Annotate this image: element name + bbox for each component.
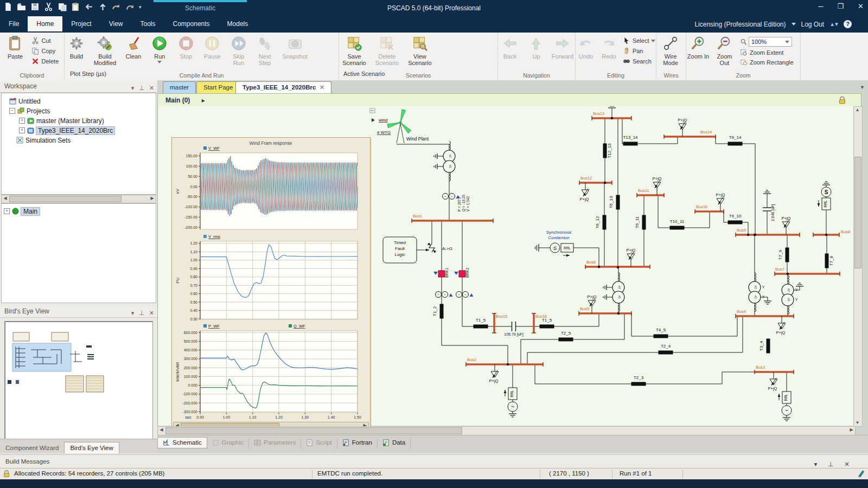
birdseye-minimap[interactable] <box>4 321 153 453</box>
minimize-button[interactable]: ─ <box>818 2 823 10</box>
copy-icon[interactable] <box>58 2 67 11</box>
two-winding-transformer[interactable]: #2#1 <box>603 273 624 312</box>
transformer-t13_14[interactable]: T13_14 <box>623 135 638 146</box>
plot-frame[interactable]: Wind Fram response150.00100.0050.000.00-… <box>171 137 371 431</box>
run-button[interactable]: Run <box>148 35 171 63</box>
select-button[interactable]: Select <box>623 37 656 44</box>
workspace-close-icon[interactable]: ✕ <box>149 82 154 94</box>
licensing-caret-icon[interactable] <box>792 23 796 25</box>
bus-bus14[interactable]: Bus14 <box>664 130 716 139</box>
fixed-load[interactable]: P+jQ <box>768 372 777 391</box>
ribbon-collapse-icon[interactable]: ▲▼ <box>829 21 838 27</box>
measurement-meters[interactable]: ~~ <box>436 292 453 298</box>
menu-models[interactable]: Models <box>219 16 257 31</box>
close-button[interactable]: ✕ <box>858 2 864 10</box>
birdseye-pin-icon[interactable]: ⊥ <box>139 307 144 319</box>
transformer-t4_5[interactable]: T4_5 <box>654 328 668 338</box>
zoom-extent-button[interactable]: Zoom Extent <box>740 49 794 56</box>
fixed-load[interactable]: P+jQ <box>653 176 662 195</box>
two-winding-transformer[interactable]: #2#1 <box>434 142 455 181</box>
workspace-menu-icon[interactable]: ▾ <box>131 82 135 94</box>
transformer-t10_11[interactable]: T10_11 <box>670 219 685 230</box>
save-scenario-button[interactable]: Save Scenario <box>339 35 369 66</box>
wire[interactable] <box>535 364 755 384</box>
zoom-level-select[interactable]: 100% <box>749 37 792 47</box>
transformer-t6_11[interactable]: T6_11 <box>635 215 646 230</box>
tab-start-page[interactable]: Start Page <box>196 81 240 93</box>
breadcrumb[interactable]: Main (0) <box>165 97 190 104</box>
bus-bus7[interactable]: Bus7 <box>775 267 840 276</box>
tab-component-wizard[interactable]: Component Wizard <box>0 442 64 453</box>
delete-button[interactable]: Delete <box>31 57 59 65</box>
bus-bus16[interactable]: Bus16 <box>532 313 547 333</box>
expand-expander-icon[interactable]: + <box>19 127 25 133</box>
wire-mode-button[interactable]: Wire Mode <box>659 35 682 66</box>
bus-bus8[interactable]: Bus8 <box>813 229 850 237</box>
transformer-t6_12[interactable]: T6_12 <box>595 215 607 230</box>
transformer-t7_8[interactable]: T7_8 <box>825 254 834 268</box>
tree-item-main[interactable]: + Main <box>4 207 40 216</box>
redo-curve2-icon[interactable] <box>125 2 135 11</box>
wire[interactable] <box>684 211 710 228</box>
chart-0[interactable]: 150.00100.0050.000.00-50.00-100.00-150.0… <box>175 146 358 229</box>
expand-expander-icon[interactable]: + <box>19 118 25 124</box>
menu-components[interactable]: Components <box>164 16 219 31</box>
transformer-t12_13[interactable]: T12_13 <box>603 143 612 158</box>
tree-item-untitled[interactable]: Untitled <box>9 97 41 106</box>
bus-bus2[interactable]: Bus2 <box>466 357 543 367</box>
licensing-menu[interactable]: Licensing (Professional Edition) <box>694 21 786 28</box>
wire[interactable] <box>631 313 737 336</box>
two-winding-transformer[interactable]: #2#1YY <box>749 273 771 312</box>
logout-button[interactable]: Log Out <box>801 21 825 28</box>
tree-item-master-library[interactable]: + master (Master Library) <box>19 116 104 125</box>
bus-bus15[interactable]: Bus15 <box>492 313 507 333</box>
tree-item-simulation-sets[interactable]: Simulation Sets <box>9 136 71 145</box>
breaker-brk2[interactable]: BRK2 <box>454 268 469 278</box>
view-scenario-button[interactable]: View Scenario <box>405 35 435 66</box>
transformer-t9_14[interactable]: T9_14 <box>728 135 743 146</box>
contextual-tab-schematic[interactable]: Schematic <box>154 4 247 12</box>
wire[interactable] <box>442 221 508 364</box>
help-icon[interactable]: ? <box>844 20 852 28</box>
transformer-t2_4[interactable]: T2_4 <box>659 344 673 355</box>
expand-expander-icon[interactable]: + <box>4 208 10 214</box>
fixed-load[interactable]: P+jQ <box>489 364 499 383</box>
open-folder-icon[interactable] <box>17 2 26 11</box>
synchronous-condenser[interactable]: SRRLSynchronousCondensor <box>535 230 574 256</box>
source-rrl[interactable]: RRL~ <box>504 388 518 417</box>
wind-plant[interactable]: wind# WTGWind Plant <box>370 108 429 143</box>
measurement-meters[interactable]: ~~ <box>456 292 474 298</box>
fixed-load[interactable]: P+jQ <box>782 216 791 235</box>
build-modified-button[interactable]: Build Modified <box>91 35 119 66</box>
search-button[interactable]: Search <box>623 57 656 65</box>
tab-birdseye-view[interactable]: Bird's Eye View <box>64 442 119 453</box>
zoom-in-button[interactable]: Zoom In <box>686 35 710 60</box>
bus-bus11[interactable]: Bus11 <box>637 188 664 197</box>
tab-master[interactable]: master <box>163 81 196 93</box>
source-rrl[interactable]: RRL~ <box>778 391 792 421</box>
bus-bus5[interactable]: Bus5 <box>579 306 631 316</box>
timed-fault-logic[interactable]: TimedFaultLogicA->G <box>383 237 452 263</box>
chart-2[interactable]: 600.000500.000400.000300.000200.000100.0… <box>175 324 361 420</box>
tree-item-projects[interactable]: − Projects <box>9 106 50 115</box>
cut-button[interactable]: Cut <box>31 37 59 44</box>
fixed-load[interactable]: P+jQ <box>678 118 687 137</box>
collapse-expander-icon[interactable]: − <box>9 108 15 114</box>
wire[interactable] <box>716 137 729 144</box>
zoom-rectangle-button[interactable]: Zoom Rectangle <box>740 59 794 66</box>
paste-button[interactable]: Paste <box>3 35 27 60</box>
menu-tools[interactable]: Tools <box>132 16 164 31</box>
wire[interactable] <box>638 137 678 144</box>
tree-item-type3-project[interactable]: + Type3_IEEE_14_2020Brc <box>19 126 114 135</box>
tab-type3-project[interactable]: Type3_IEEE_14_2020Brc ✕ <box>235 81 331 93</box>
canvas-hscrollbar[interactable]: ◀ ▶ <box>157 426 856 435</box>
paste-icon[interactable] <box>71 2 80 11</box>
transformer-t9_10[interactable]: T9_10 <box>728 214 743 224</box>
source-rrl[interactable]: RRLS <box>818 182 831 210</box>
bus-bus4[interactable]: Bus4 <box>736 309 794 318</box>
redo-curve-icon[interactable] <box>112 2 121 11</box>
transformer-t6_13[interactable]: T6_13 <box>609 195 620 210</box>
fixed-load[interactable]: P+jQ <box>716 192 725 211</box>
capacitor[interactable]: 2.646 [uF] <box>763 190 775 221</box>
menu-file[interactable]: File <box>0 16 28 31</box>
